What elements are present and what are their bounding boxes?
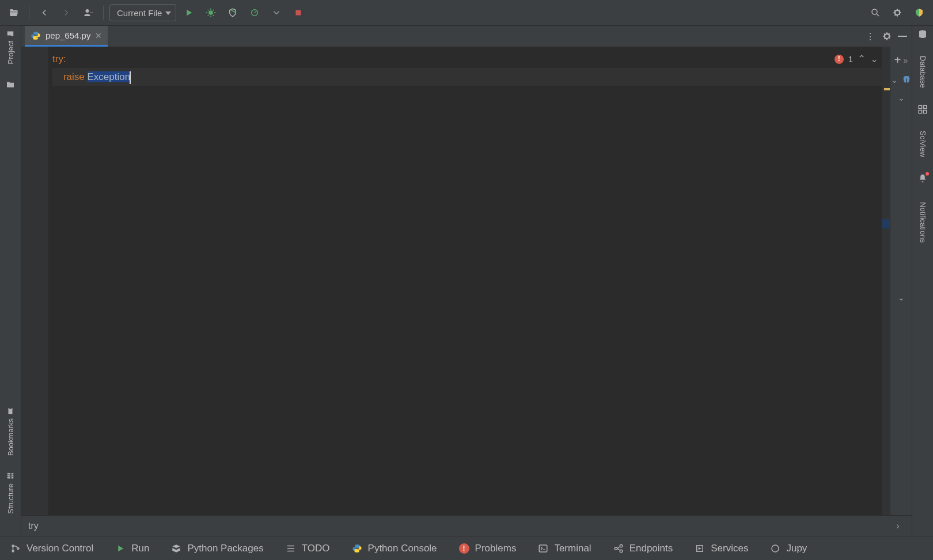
- run-config-label: Current File: [117, 8, 162, 18]
- postgres-icon[interactable]: [901, 75, 912, 85]
- next-highlight-icon[interactable]: ⌄: [870, 50, 878, 68]
- run-icon[interactable]: [180, 3, 198, 22]
- tool-database[interactable]: Database: [919, 56, 927, 88]
- prev-highlight-icon[interactable]: ⌃: [858, 50, 866, 68]
- add-datasource-icon[interactable]: +: [894, 54, 901, 67]
- error-icon: !: [459, 543, 469, 554]
- svg-rect-19: [540, 545, 548, 552]
- footer-packages[interactable]: Python Packages: [171, 543, 263, 554]
- settings-gear-icon[interactable]: [888, 3, 907, 22]
- tool-project-label: Project: [6, 41, 15, 64]
- tool-sciview[interactable]: SciView: [919, 131, 927, 157]
- code-text: [85, 71, 88, 82]
- back-icon[interactable]: [35, 3, 54, 22]
- coverage-icon[interactable]: [223, 3, 242, 22]
- chevron-icon[interactable]: »: [903, 56, 908, 65]
- footer-problems[interactable]: ! Problems: [459, 543, 517, 554]
- inspections-strip: ! 1 ⌃ ⌄: [830, 47, 882, 515]
- shield-icon[interactable]: [910, 3, 928, 22]
- footer-run[interactable]: Run: [115, 543, 149, 554]
- stop-icon[interactable]: [289, 3, 308, 22]
- profile-icon[interactable]: [245, 3, 264, 22]
- warning-mark[interactable]: [884, 88, 890, 90]
- svg-rect-8: [7, 478, 10, 479]
- footer-vcs[interactable]: Version Control: [10, 543, 93, 554]
- footer-label: Run: [131, 543, 149, 554]
- main-toolbar: Current File: [0, 0, 933, 26]
- svg-point-1: [209, 10, 214, 15]
- svg-rect-12: [919, 105, 921, 108]
- footer-todo[interactable]: TODO: [286, 543, 330, 554]
- svg-rect-5: [12, 478, 14, 479]
- notifications-icon[interactable]: [917, 173, 928, 186]
- chevron-right-icon[interactable]: ›: [891, 521, 905, 531]
- line-gutter: [21, 47, 49, 515]
- user-icon[interactable]: [79, 3, 97, 22]
- editor-tab[interactable]: pep_654.py ✕: [25, 26, 108, 47]
- svg-rect-7: [12, 474, 14, 475]
- footer-terminal[interactable]: Terminal: [538, 543, 591, 554]
- svg-rect-9: [7, 475, 10, 477]
- close-tab-icon[interactable]: ✕: [95, 31, 102, 40]
- database-icon[interactable]: [917, 29, 928, 40]
- chevron-down-icon[interactable]: ⌄: [898, 293, 905, 302]
- tool-label: Database: [919, 56, 927, 88]
- search-icon[interactable]: [866, 3, 885, 22]
- tool-bookmarks[interactable]: Bookmarks: [6, 407, 15, 456]
- tool-structure-label: Structure: [6, 483, 15, 514]
- svg-rect-13: [924, 105, 927, 108]
- footer-endpoints[interactable]: Endpoints: [613, 543, 673, 554]
- editor-tab-bar: pep_654.py ✕ ⋮: [21, 26, 912, 47]
- separator: [103, 6, 104, 20]
- code-editor[interactable]: try: raise Exception ! 1 ⌃ ⌄: [49, 47, 882, 515]
- sciview-icon[interactable]: [917, 104, 928, 115]
- notification-dot: [926, 172, 929, 176]
- error-count: 1: [848, 50, 853, 68]
- open-icon[interactable]: [5, 3, 23, 22]
- svg-point-4: [872, 9, 877, 14]
- footer-label: Version Control: [26, 543, 93, 554]
- svg-rect-6: [12, 475, 14, 477]
- tab-menu-icon[interactable]: ⋮: [866, 31, 876, 42]
- chevron-down-icon[interactable]: ⌄: [891, 75, 898, 85]
- svg-point-23: [772, 545, 779, 552]
- footer-console[interactable]: Python Console: [352, 543, 437, 554]
- hide-icon[interactable]: [898, 36, 907, 37]
- tool-project[interactable]: Project: [6, 29, 15, 64]
- footer-services[interactable]: Services: [695, 543, 748, 554]
- svg-point-0: [86, 9, 89, 13]
- python-file-icon: [31, 31, 41, 41]
- error-stripe[interactable]: [882, 47, 890, 515]
- folder-icon[interactable]: [6, 80, 15, 89]
- gear-icon[interactable]: [882, 31, 892, 41]
- svg-rect-3: [296, 10, 301, 16]
- bottom-tool-strip: Version Control Run Python Packages TODO…: [0, 536, 933, 560]
- caret-mark: [882, 219, 890, 228]
- debug-icon[interactable]: [202, 3, 220, 22]
- footer-label: Python Console: [368, 543, 437, 554]
- right-side-panel: + » ⌄ ⌄ ⌄: [890, 47, 912, 515]
- run-config-select[interactable]: Current File: [109, 4, 176, 21]
- caret: [130, 71, 131, 84]
- chevron-down-icon[interactable]: ⌄: [898, 93, 905, 102]
- tool-label: SciView: [919, 131, 927, 157]
- more-run-icon[interactable]: [267, 3, 286, 22]
- tool-structure[interactable]: Structure: [6, 472, 15, 514]
- breadcrumb[interactable]: try: [28, 521, 39, 531]
- svg-point-22: [620, 550, 623, 553]
- tool-notifications[interactable]: Notifications: [919, 202, 927, 243]
- footer-label: Python Packages: [187, 543, 263, 554]
- footer-jupyter[interactable]: Jupy: [770, 543, 807, 554]
- tool-bookmarks-label: Bookmarks: [6, 418, 15, 456]
- code-keyword: try: [52, 54, 63, 64]
- svg-rect-10: [7, 474, 10, 475]
- right-tool-strip: Database SciView Notifications: [912, 26, 933, 536]
- tool-label: Notifications: [919, 202, 927, 243]
- svg-point-16: [12, 545, 14, 547]
- footer-label: Problems: [475, 543, 517, 554]
- footer-label: TODO: [302, 543, 330, 554]
- footer-label: Services: [711, 543, 748, 554]
- error-icon[interactable]: !: [835, 55, 844, 64]
- code-keyword: raise: [63, 71, 85, 82]
- breadcrumb-bar: try ›: [21, 515, 912, 536]
